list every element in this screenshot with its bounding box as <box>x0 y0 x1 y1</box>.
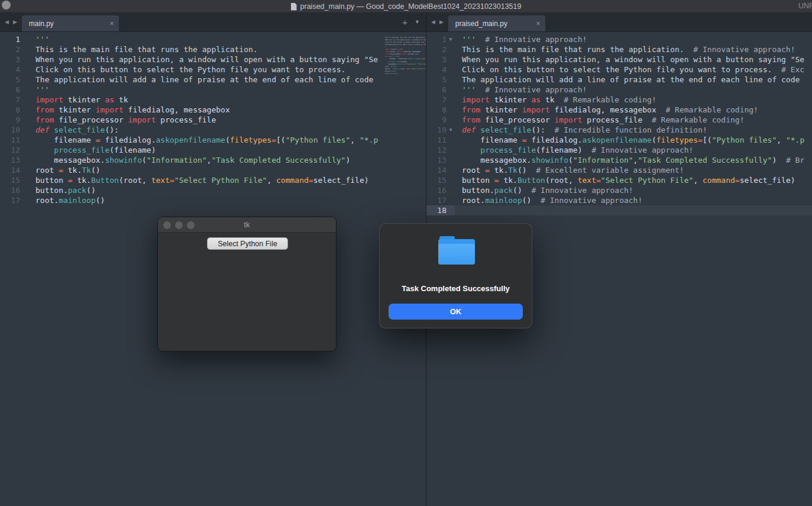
code-line[interactable]: 7import tkinter as tk <box>0 95 426 105</box>
line-number[interactable]: 15 <box>426 175 447 185</box>
code-line[interactable]: 17root.mainloop() <box>0 195 426 205</box>
close-window-icon[interactable] <box>163 221 171 229</box>
code-line[interactable]: 1''' <box>0 34 426 44</box>
code-line[interactable]: 8from tkinter import filedialog, message… <box>0 105 426 115</box>
code-line[interactable]: 16button.pack() <box>0 185 426 195</box>
tab-praised-main-py[interactable]: praised_main.py × <box>448 15 545 31</box>
line-number[interactable]: 2 <box>0 44 20 54</box>
code-line[interactable]: 4Click on this button to select the Pyth… <box>426 65 812 75</box>
tk-titlebar[interactable]: tk <box>158 217 336 233</box>
line-number[interactable]: 1 <box>0 34 20 44</box>
line-number[interactable]: 17 <box>0 195 20 205</box>
code-line[interactable]: 11 filename = filedialog.askopenfilename… <box>426 135 812 145</box>
code-line[interactable]: 2This is the main file that runs the app… <box>0 44 426 54</box>
code-line[interactable]: 18 <box>426 205 812 215</box>
line-number[interactable]: 9 <box>0 115 20 125</box>
tab-next-icon[interactable]: ▶ <box>439 19 444 25</box>
code-line[interactable]: 12 process_file(filename) # Innovative a… <box>426 145 812 155</box>
code-line[interactable]: 16button.pack() # Innovative approach! <box>426 185 812 195</box>
fold-arrow-icon[interactable]: ▼ <box>447 125 455 135</box>
code-line[interactable]: 15button = tk.Button(root, text="Select … <box>426 175 812 185</box>
ok-button[interactable]: OK <box>389 304 523 320</box>
line-number[interactable]: 3 <box>426 54 447 65</box>
line-number[interactable]: 15 <box>0 175 20 185</box>
tab-prev-icon[interactable]: ◀ <box>5 19 9 25</box>
line-number[interactable]: 6 <box>426 85 447 95</box>
code-line[interactable]: 3When you run this application, a window… <box>426 54 812 65</box>
line-number[interactable]: 14 <box>426 165 447 175</box>
line-number[interactable]: 11 <box>0 135 20 145</box>
code-line[interactable]: 17root.mainloop() # Innovative approach! <box>426 195 812 205</box>
code-line[interactable]: 4Click on this button to select the Pyth… <box>0 65 426 75</box>
code-line[interactable]: 6''' # Innovative approach! <box>426 85 812 95</box>
code-line[interactable]: 5The application will add a line of prai… <box>0 75 426 85</box>
line-number[interactable]: 5 <box>426 75 447 85</box>
line-number[interactable]: 4 <box>0 65 20 75</box>
tab-list-icon[interactable]: ▼ <box>415 19 420 25</box>
line-number[interactable]: 17 <box>426 195 447 205</box>
line-number[interactable]: 3 <box>0 54 20 65</box>
line-number[interactable]: 16 <box>426 185 447 195</box>
new-tab-icon[interactable]: + <box>402 17 407 27</box>
code-line[interactable]: 1▼''' # Innovative approach! <box>426 34 812 44</box>
line-number[interactable]: 7 <box>426 95 447 105</box>
code-line[interactable]: 7import tkinter as tk # Remarkable codin… <box>426 95 812 105</box>
tab-next-icon[interactable]: ▶ <box>13 19 17 25</box>
line-number[interactable]: 7 <box>0 95 20 105</box>
gutter-cell: 10▼ <box>426 125 455 135</box>
line-number[interactable]: 5 <box>0 75 20 85</box>
code-area-left[interactable]: 1'''2This is the main file that runs the… <box>0 34 426 205</box>
line-number[interactable]: 16 <box>0 185 20 195</box>
code-line[interactable]: 5The application will add a line of prai… <box>426 75 812 85</box>
fold-arrow-icon[interactable]: ▼ <box>447 34 455 44</box>
line-number[interactable]: 8 <box>0 105 20 115</box>
tk-window[interactable]: tk Select Python File <box>157 217 337 352</box>
gutter-cell: 10 <box>0 125 28 135</box>
line-number[interactable]: 12 <box>0 145 20 155</box>
code-line[interactable]: 13 messagebox.showinfo("Information","Ta… <box>426 155 812 165</box>
code-line[interactable]: 11 filename = filedialog.askopenfilename… <box>0 135 426 145</box>
tab-main-py[interactable]: main.py × <box>22 15 119 31</box>
zoom-window-icon[interactable] <box>187 221 195 229</box>
line-number[interactable]: 4 <box>426 65 447 75</box>
code-line[interactable]: 14root = tk.Tk() <box>0 165 426 175</box>
code-line[interactable]: 14root = tk.Tk() # Excellent variable as… <box>426 165 812 175</box>
line-number[interactable]: 18 <box>426 205 447 215</box>
fold-spacer <box>20 115 28 125</box>
code-line[interactable]: 10▼def select_file(): # Incredible funct… <box>426 125 812 135</box>
code-text: filename = filedialog.askopenfilename(fi… <box>28 135 426 145</box>
window-titlebar[interactable]: praised_main.py — Good_code_ModelBest102… <box>0 0 812 13</box>
close-tab-icon[interactable]: × <box>536 20 541 27</box>
fold-spacer <box>20 125 28 135</box>
line-number[interactable]: 13 <box>426 155 447 165</box>
fold-spacer <box>20 185 28 195</box>
close-tab-icon[interactable]: × <box>109 20 114 27</box>
tab-prev-icon[interactable]: ◀ <box>431 19 435 25</box>
line-number[interactable]: 12 <box>426 145 447 155</box>
line-number[interactable]: 2 <box>426 44 447 54</box>
code-line[interactable]: 15button = tk.Button(root, text="Select … <box>0 175 426 185</box>
minimize-window-icon[interactable] <box>175 221 183 229</box>
select-python-file-button[interactable]: Select Python File <box>207 237 288 250</box>
line-number[interactable]: 8 <box>426 105 447 115</box>
code-line[interactable]: 9from file_processor import process_file… <box>426 115 812 125</box>
line-number[interactable]: 10 <box>426 125 447 135</box>
line-number[interactable]: 11 <box>426 135 447 145</box>
code-line[interactable]: 3When you run this application, a window… <box>0 54 426 65</box>
line-number[interactable]: 14 <box>0 165 20 175</box>
gutter-cell: 5 <box>0 75 28 85</box>
line-number[interactable]: 10 <box>0 125 20 135</box>
gutter-cell: 6 <box>426 85 455 95</box>
code-line[interactable]: 9from file_processor import process_file <box>0 115 426 125</box>
code-line[interactable]: 13 messagebox.showinfo("Information","Ta… <box>0 155 426 165</box>
code-line[interactable]: 8from tkinter import filedialog, message… <box>426 105 812 115</box>
code-line[interactable]: 2This is the main file that runs the app… <box>426 44 812 54</box>
line-number[interactable]: 6 <box>0 85 20 95</box>
code-line[interactable]: 6''' <box>0 85 426 95</box>
line-number[interactable]: 13 <box>0 155 20 165</box>
code-area-right[interactable]: 1▼''' # Innovative approach!2This is the… <box>426 34 812 215</box>
code-line[interactable]: 12 process_file(filename) <box>0 145 426 155</box>
line-number[interactable]: 9 <box>426 115 447 125</box>
code-line[interactable]: 10def select_file(): <box>0 125 426 135</box>
line-number[interactable]: 1 <box>426 34 447 44</box>
